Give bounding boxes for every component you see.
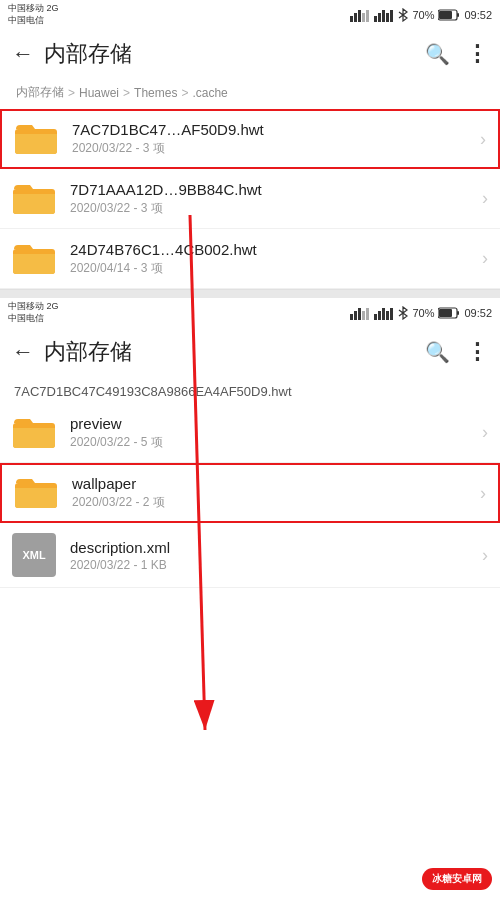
svg-rect-4 — [366, 10, 369, 22]
search-button[interactable]: 🔍 — [425, 42, 450, 66]
svg-rect-8 — [386, 13, 389, 22]
panel-divider — [0, 290, 500, 298]
svg-rect-21 — [386, 311, 389, 320]
signal2-icon — [374, 8, 394, 22]
time-bottom: 09:52 — [464, 307, 492, 319]
signal2-icon-b — [374, 306, 394, 320]
svg-rect-19 — [378, 311, 381, 320]
file-name: 7D71AAA12D…9BB84C.hwt — [70, 181, 380, 198]
list-item[interactable]: 7D71AAA12D…9BB84C.hwt 2020/03/22 - 3 项 › — [0, 169, 500, 229]
file-name: description.xml — [70, 539, 380, 556]
carrier1: 中国移动 2G — [8, 3, 59, 15]
watermark: 冰糖安卓网 — [422, 868, 492, 890]
toolbar-actions: 🔍 ⋮ — [425, 41, 488, 67]
top-panel: 中国移动 2G 中国电信 70% — [0, 0, 500, 290]
sep3: > — [181, 86, 188, 100]
svg-rect-25 — [439, 309, 452, 317]
top-toolbar: ← 内部存储 🔍 ⋮ — [0, 28, 500, 80]
chevron-icon: › — [480, 129, 486, 150]
bottom-file-list: preview 2020/03/22 - 5 项 › wallpaper 202… — [0, 403, 500, 588]
file-name: 7AC7D1BC47…AF50D9.hwt — [72, 121, 382, 138]
breadcrumb-part-4: .cache — [192, 86, 227, 100]
toolbar-actions-bottom: 🔍 ⋮ — [425, 339, 488, 365]
file-name: preview — [70, 415, 380, 432]
signal-icon — [350, 8, 370, 22]
page-title-top: 内部存储 — [44, 39, 425, 69]
back-button-bottom[interactable]: ← — [12, 339, 34, 365]
search-button-bottom[interactable]: 🔍 — [425, 340, 450, 364]
file-name: wallpaper — [72, 475, 382, 492]
file-info: preview 2020/03/22 - 5 项 — [70, 415, 478, 451]
folder-icon — [12, 181, 56, 217]
svg-rect-22 — [390, 308, 393, 320]
list-item[interactable]: 7AC7D1BC47…AF50D9.hwt 2020/03/22 - 3 项 › — [0, 109, 500, 169]
svg-rect-13 — [350, 314, 353, 320]
chevron-icon: › — [482, 188, 488, 209]
battery-icon-b — [438, 307, 460, 319]
file-meta: 2020/03/22 - 3 项 — [72, 140, 476, 157]
xml-icon: XML — [12, 533, 56, 577]
carrier1-bottom: 中国移动 2G — [8, 301, 59, 313]
list-item[interactable]: wallpaper 2020/03/22 - 2 项 › — [0, 463, 500, 523]
chevron-icon: › — [482, 422, 488, 443]
full-path: 7AC7D1BC47C49193C8A9866EA4AF50D9.hwt — [0, 378, 500, 403]
battery-percent: 70% — [412, 9, 434, 21]
signal-icon-b — [350, 306, 370, 320]
breadcrumb-top: 内部存储 > Huawei > Themes > .cache — [0, 80, 500, 109]
file-name: 24D74B76C1…4CB002.hwt — [70, 241, 380, 258]
back-button[interactable]: ← — [12, 41, 34, 67]
sep2: > — [123, 86, 130, 100]
svg-rect-5 — [374, 16, 377, 22]
carrier-info: 中国移动 2G 中国电信 — [8, 3, 59, 26]
svg-rect-16 — [362, 311, 365, 320]
file-meta: 2020/03/22 - 1 KB — [70, 558, 478, 572]
svg-rect-18 — [374, 314, 377, 320]
svg-rect-20 — [382, 308, 385, 320]
folder-icon — [12, 241, 56, 277]
file-info: 7D71AAA12D…9BB84C.hwt 2020/03/22 - 3 项 — [70, 181, 478, 217]
list-item[interactable]: XML description.xml 2020/03/22 - 1 KB › — [0, 523, 500, 588]
file-meta: 2020/03/22 - 3 项 — [70, 200, 478, 217]
status-icons: 70% 09:52 — [350, 8, 492, 22]
battery-percent-b: 70% — [412, 307, 434, 319]
more-button-bottom[interactable]: ⋮ — [466, 339, 488, 365]
more-button[interactable]: ⋮ — [466, 41, 488, 67]
svg-rect-9 — [390, 10, 393, 22]
battery-icon — [438, 9, 460, 21]
top-status-bar: 中国移动 2G 中国电信 70% — [0, 0, 500, 28]
svg-rect-2 — [358, 10, 361, 22]
svg-rect-12 — [439, 11, 452, 19]
chevron-icon: › — [482, 545, 488, 566]
bottom-status-bar: 中国移动 2G 中国电信 70% — [0, 298, 500, 326]
breadcrumb-part-1: 内部存储 — [16, 84, 64, 101]
bottom-panel: 中国移动 2G 中国电信 70% — [0, 298, 500, 588]
bluetooth-icon-b — [398, 306, 408, 320]
list-item[interactable]: 24D74B76C1…4CB002.hwt 2020/04/14 - 3 项 › — [0, 229, 500, 289]
breadcrumb-part-2: Huawei — [79, 86, 119, 100]
carrier2-bottom: 中国电信 — [8, 313, 59, 325]
file-info: wallpaper 2020/03/22 - 2 项 — [72, 475, 476, 511]
chevron-icon: › — [480, 483, 486, 504]
bottom-toolbar: ← 内部存储 🔍 ⋮ — [0, 326, 500, 378]
top-file-list: 7AC7D1BC47…AF50D9.hwt 2020/03/22 - 3 项 ›… — [0, 109, 500, 289]
time-top: 09:52 — [464, 9, 492, 21]
svg-rect-14 — [354, 311, 357, 320]
folder-icon — [14, 121, 58, 157]
bluetooth-icon — [398, 8, 408, 22]
file-meta: 2020/04/14 - 3 项 — [70, 260, 478, 277]
sep1: > — [68, 86, 75, 100]
carrier2: 中国电信 — [8, 15, 59, 27]
folder-icon — [12, 415, 56, 451]
svg-rect-17 — [366, 308, 369, 320]
folder-icon — [14, 475, 58, 511]
svg-rect-7 — [382, 10, 385, 22]
svg-rect-1 — [354, 13, 357, 22]
file-info: 7AC7D1BC47…AF50D9.hwt 2020/03/22 - 3 项 — [72, 121, 476, 157]
file-info: description.xml 2020/03/22 - 1 KB — [70, 539, 478, 572]
list-item[interactable]: preview 2020/03/22 - 5 项 › — [0, 403, 500, 463]
file-meta: 2020/03/22 - 2 项 — [72, 494, 476, 511]
chevron-icon: › — [482, 248, 488, 269]
svg-rect-11 — [457, 13, 459, 17]
breadcrumb-part-3: Themes — [134, 86, 177, 100]
svg-rect-0 — [350, 16, 353, 22]
